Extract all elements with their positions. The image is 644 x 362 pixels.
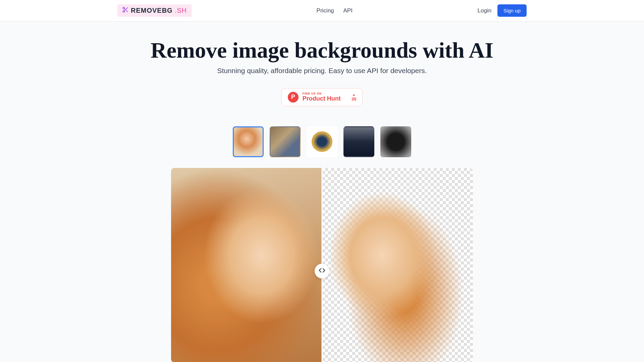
nav-center: Pricing API [317, 7, 353, 14]
nav-pricing[interactable]: Pricing [317, 7, 334, 14]
login-link[interactable]: Login [478, 7, 492, 14]
logo-text: REMOVEBG [131, 7, 173, 14]
thumbnail-portrait-woman-sitting[interactable] [270, 126, 301, 157]
signup-button[interactable]: Sign up [497, 4, 527, 17]
ph-vote-count: 35 [352, 97, 356, 102]
svg-point-1 [123, 11, 125, 12]
thumbnail-backpack-black[interactable] [380, 126, 411, 157]
example-thumbnails [0, 126, 644, 157]
thumbnail-portrait-woman-redhead[interactable] [233, 126, 264, 157]
nav-api[interactable]: API [343, 7, 353, 14]
ph-vote-box: ▲ 35 [352, 93, 356, 102]
svg-line-3 [126, 10, 128, 12]
app-header: REMOVEBG.SH Pricing API Login Sign up [0, 0, 644, 21]
logo-suffix: .SH [175, 7, 187, 14]
logo[interactable]: REMOVEBG.SH [117, 4, 192, 17]
compare-drag-handle[interactable] [315, 263, 329, 278]
thumbnail-graphic-gone-fishing[interactable] [307, 126, 337, 157]
header-inner: REMOVEBG.SH Pricing API Login Sign up [114, 4, 530, 17]
product-hunt-icon: P [288, 92, 299, 103]
compare-removed-bg-image [322, 168, 473, 362]
hero-subtitle: Stunning quality, affordable pricing. Ea… [0, 67, 644, 75]
svg-point-0 [123, 7, 125, 9]
product-hunt-badge[interactable]: P FIND US ON Product Hunt ▲ 35 [281, 88, 363, 106]
compare-original-image [171, 168, 322, 362]
ph-icon-letter: P [291, 94, 295, 101]
chevrons-horizontal-icon [318, 266, 326, 275]
hero-title: Remove image backgrounds with AI [0, 38, 644, 63]
ph-top-line: FIND US ON [303, 92, 341, 95]
nav-right: Login Sign up [478, 4, 527, 17]
main-content: Remove image backgrounds with AI Stunnin… [0, 21, 644, 362]
thumbnail-car-tesla[interactable] [343, 126, 374, 157]
scissors-icon [122, 6, 129, 15]
triangle-up-icon: ▲ [352, 93, 356, 97]
ph-bottom-line: Product Hunt [303, 95, 341, 102]
comparison-slider[interactable] [171, 168, 473, 362]
ph-text: FIND US ON Product Hunt [303, 92, 341, 102]
svg-line-4 [124, 9, 125, 10]
